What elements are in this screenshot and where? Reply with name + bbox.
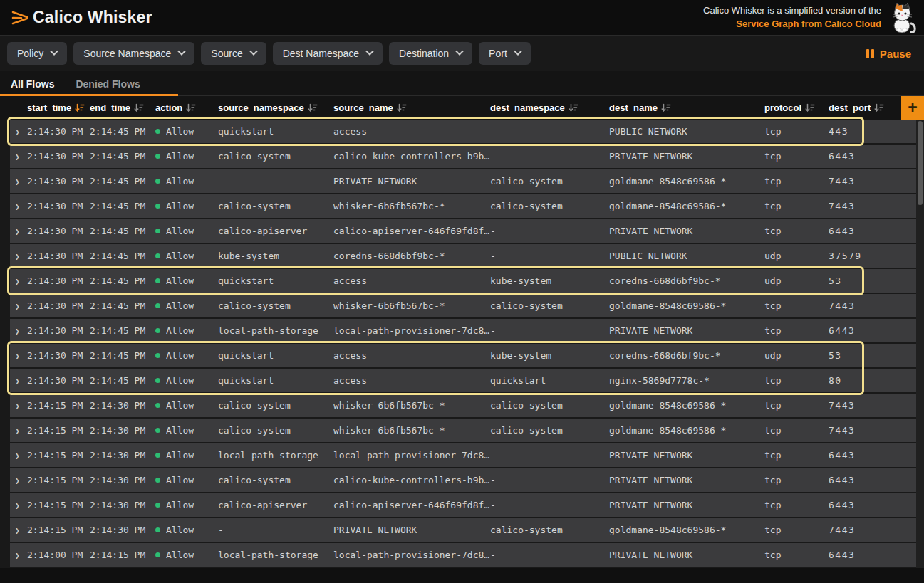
column-header-protocol[interactable]: protocol [764, 103, 829, 113]
chevron-right-icon[interactable]: ❯ [10, 426, 20, 436]
column-header-action[interactable]: action [155, 103, 218, 113]
cell-dest_name: goldmane-8548c69586-* [609, 425, 764, 436]
sort-icon[interactable] [805, 103, 815, 112]
vertical-scrollbar[interactable] [916, 120, 924, 568]
sort-icon[interactable] [134, 103, 144, 112]
flow-row[interactable]: ❯ 2:14:30 PM 2:14:45 PM Allow calico-sys… [10, 194, 916, 218]
cell-start_time: 2:14:15 PM [27, 525, 90, 535]
chevron-right-icon[interactable]: ❯ [10, 252, 20, 261]
flow-row[interactable]: ❯ 2:14:30 PM 2:14:45 PM Allow calico-api… [10, 219, 916, 243]
cell-dest_port: 7443 [829, 176, 916, 187]
column-header-start_time[interactable]: start_time [27, 103, 90, 113]
cell-protocol: tcp [764, 176, 829, 187]
pause-button[interactable]: Pause [866, 48, 911, 60]
filter-port[interactable]: Port [479, 42, 531, 65]
chevron-right-icon[interactable]: ❯ [10, 152, 20, 162]
cell-end_time: 2:14:45 PM [90, 325, 155, 336]
chevron-right-icon[interactable]: ❯ [10, 227, 20, 236]
flow-row[interactable]: ❯ 2:14:30 PM 2:14:45 PM Allow quickstart… [10, 269, 916, 293]
cell-protocol: tcp [764, 226, 829, 236]
filter-source-namespace[interactable]: Source Namespace [73, 42, 194, 65]
chevron-right-icon[interactable]: ❯ [10, 202, 20, 211]
flow-row[interactable]: ❯ 2:14:30 PM 2:14:45 PM Allow - PRIVATE … [10, 169, 916, 193]
flow-row[interactable]: ❯ 2:14:00 PM 2:14:15 PM Allow local-path… [10, 543, 916, 567]
chevron-right-icon[interactable]: ❯ [10, 476, 20, 485]
cell-dest_name: PRIVATE NETWORK [609, 550, 764, 560]
cell-start_time: 2:14:30 PM [27, 126, 90, 137]
flow-row[interactable]: ❯ 2:14:15 PM 2:14:30 PM Allow calico-sys… [10, 394, 916, 417]
cell-protocol: tcp [764, 425, 829, 436]
cell-start_time: 2:14:15 PM [27, 400, 90, 411]
chevron-right-icon[interactable]: ❯ [10, 127, 20, 137]
cell-end_time: 2:14:30 PM [90, 525, 155, 535]
flow-row[interactable]: ❯ 2:14:15 PM 2:14:30 PM Allow calico-sys… [10, 468, 916, 492]
chevron-right-icon[interactable]: ❯ [10, 451, 20, 461]
filter-destination[interactable]: Destination [389, 42, 472, 65]
flow-row[interactable]: ❯ 2:14:15 PM 2:14:30 PM Allow calico-sys… [10, 419, 916, 442]
column-header-dest_name[interactable]: dest_name [609, 103, 764, 113]
column-header-dest_port[interactable]: dest_port [829, 103, 901, 113]
sort-icon[interactable] [569, 103, 578, 112]
cell-end_time: 2:14:45 PM [90, 126, 155, 137]
flow-row[interactable]: ❯ 2:14:30 PM 2:14:45 PM Allow local-path… [10, 319, 916, 342]
chevron-right-icon[interactable]: ❯ [10, 401, 20, 411]
filter-policy[interactable]: Policy [7, 42, 67, 65]
cell-end_time: 2:14:45 PM [90, 275, 155, 286]
cell-action: Allow [166, 325, 194, 336]
filter-dest-namespace[interactable]: Dest Namespace [273, 42, 383, 65]
flow-row[interactable]: ❯ 2:14:30 PM 2:14:45 PM Allow quickstart… [10, 344, 916, 367]
chevron-right-icon[interactable]: ❯ [10, 501, 20, 510]
filter-source[interactable]: Source [201, 42, 266, 65]
cell-source_name: local-path-provisioner-7dc8… [333, 325, 490, 336]
cell-source_name: access [333, 350, 490, 361]
sort-icon[interactable] [661, 103, 671, 112]
sort-icon[interactable] [186, 103, 196, 112]
flow-row[interactable]: ❯ 2:14:15 PM 2:14:30 PM Allow local-path… [10, 443, 916, 467]
cell-dest_port: 6443 [829, 226, 916, 236]
cell-dest_namespace: - [490, 151, 609, 162]
sort-icon[interactable] [75, 103, 85, 112]
column-header-source_name[interactable]: source_name [333, 103, 490, 113]
chevron-right-icon[interactable]: ❯ [10, 302, 20, 311]
flow-row[interactable]: ❯ 2:14:30 PM 2:14:45 PM Allow calico-sys… [10, 145, 916, 168]
allow-status-dot [155, 428, 160, 433]
sort-icon[interactable] [397, 103, 407, 112]
chevron-right-icon[interactable]: ❯ [10, 177, 20, 187]
column-header-source_namespace[interactable]: source_namespace [218, 103, 333, 113]
chevron-right-icon[interactable]: ❯ [10, 551, 20, 560]
flow-row[interactable]: ❯ 2:14:30 PM 2:14:45 PM Allow calico-sys… [10, 294, 916, 317]
chevron-right-icon[interactable]: ❯ [10, 352, 20, 361]
cell-source_name: whisker-6b6fb567bc-* [333, 300, 490, 311]
cell-protocol: tcp [764, 201, 829, 211]
flow-row[interactable]: ❯ 2:14:30 PM 2:14:45 PM Allow quickstart… [10, 369, 916, 392]
sort-icon[interactable] [308, 103, 318, 112]
cell-dest_name: goldmane-8548c69586-* [609, 400, 764, 411]
scrollbar-thumb[interactable] [918, 121, 923, 205]
service-graph-link[interactable]: Service Graph from Calico Cloud [703, 18, 881, 31]
flow-row[interactable]: ❯ 2:14:15 PM 2:14:30 PM Allow calico-api… [10, 493, 916, 517]
add-column-button[interactable]: + [901, 96, 924, 120]
chevron-right-icon[interactable]: ❯ [10, 277, 20, 286]
cell-start_time: 2:14:30 PM [27, 176, 90, 187]
flow-row[interactable]: ❯ 2:14:30 PM 2:14:45 PM Allow kube-syste… [10, 244, 916, 268]
sort-icon[interactable] [874, 103, 884, 112]
flow-row[interactable]: ❯ 2:14:15 PM 2:14:30 PM Allow - PRIVATE … [10, 518, 916, 542]
cell-end_time: 2:14:30 PM [90, 475, 155, 485]
tab-denied-flows[interactable]: Denied Flows [65, 71, 150, 96]
column-header-end_time[interactable]: end_time [90, 103, 155, 113]
chevron-right-icon[interactable]: ❯ [10, 526, 20, 535]
cell-source_namespace: local-path-storage [218, 550, 333, 560]
cell-start_time: 2:14:30 PM [27, 226, 90, 236]
cell-dest_namespace: kube-system [490, 275, 609, 286]
cell-start_time: 2:14:30 PM [27, 151, 90, 162]
allow-status-dot [155, 378, 160, 383]
chevron-right-icon[interactable]: ❯ [10, 327, 20, 336]
cell-dest_port: 53 [829, 350, 916, 361]
cell-source_name: whisker-6b6fb567bc-* [333, 201, 490, 211]
chevron-right-icon[interactable]: ❯ [10, 377, 20, 386]
cell-protocol: tcp [764, 525, 829, 535]
flow-row[interactable]: ❯ 2:14:30 PM 2:14:45 PM Allow quickstart… [10, 120, 916, 143]
column-header-dest_namespace[interactable]: dest_namespace [490, 103, 609, 113]
cell-action: Allow [166, 300, 194, 311]
tab-all-flows[interactable]: All Flows [0, 71, 65, 96]
